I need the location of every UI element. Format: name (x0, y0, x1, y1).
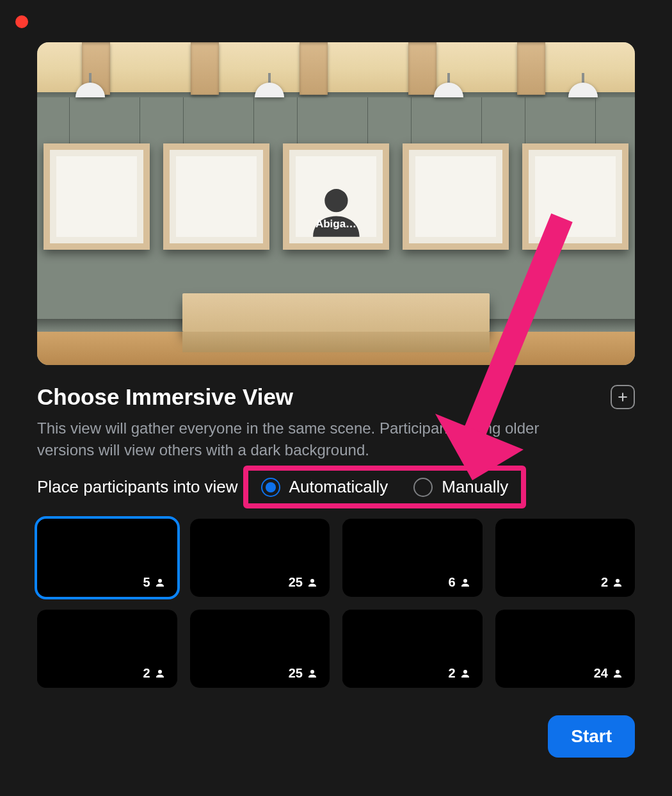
scene-capacity-badge: 6 (442, 573, 477, 592)
recording-indicator-icon (15, 15, 28, 28)
scene-capacity-badge: 2 (136, 664, 172, 683)
scene-capacity-count: 25 (289, 575, 303, 590)
scene-capacity-count: 5 (143, 575, 150, 590)
gallery-frame (44, 143, 150, 250)
radio-icon (413, 478, 433, 497)
scene-card-art-gallery[interactable]: 5 (37, 519, 177, 597)
scene-capacity-count: 24 (594, 666, 608, 681)
scene-capacity-count: 6 (448, 575, 455, 590)
gallery-frame (163, 143, 269, 250)
scene-capacity-badge: 2 (595, 573, 630, 592)
page-title: Choose Immersive View (37, 384, 293, 410)
scene-card-treehouse[interactable]: 24 (495, 610, 636, 688)
scene-capacity-badge: 2 (442, 664, 477, 683)
window-content: Abiga… Choose Immersive View This view w… (37, 42, 635, 758)
scene-capacity-count: 2 (143, 666, 150, 681)
person-icon (307, 668, 318, 679)
dialog-footer: Start (548, 715, 635, 758)
person-icon (460, 577, 471, 589)
placement-option-label: Manually (442, 477, 508, 497)
gallery-frame (522, 143, 628, 250)
placement-option-label: Automatically (289, 477, 388, 497)
placement-option-manual[interactable]: Manually (413, 477, 508, 497)
scene-capacity-badge: 25 (282, 573, 324, 592)
person-icon (460, 668, 471, 679)
person-icon (612, 668, 623, 679)
gallery-frame-self: Abiga… (283, 143, 389, 250)
add-custom-view-button[interactable] (611, 385, 635, 409)
scene-capacity-badge: 5 (136, 573, 172, 592)
placement-option-auto[interactable]: Automatically (261, 477, 388, 497)
gallery-frame (403, 143, 509, 250)
scene-grid: 52562225224 (37, 519, 635, 688)
person-icon (612, 577, 623, 589)
person-icon (154, 577, 166, 589)
scene-card-kitchen[interactable]: 2 (37, 610, 177, 688)
scene-capacity-count: 2 (601, 575, 608, 590)
person-icon (307, 577, 318, 589)
avatar: Abiga… (296, 156, 376, 237)
scene-preview: Abiga… (37, 42, 635, 365)
scene-capacity-badge: 24 (588, 664, 630, 683)
scene-capacity-count: 2 (448, 666, 455, 681)
immersive-view-window: Abiga… Choose Immersive View This view w… (0, 0, 672, 796)
radio-icon (261, 478, 280, 497)
page-description: This view will gather everyone in the sa… (37, 418, 600, 460)
scene-capacity-badge: 25 (282, 664, 324, 683)
plus-icon (616, 391, 629, 403)
placement-row: Place participants into view Automatical… (37, 471, 635, 503)
participant-name: Abiga… (296, 218, 376, 231)
scene-card-fireplace[interactable]: 2 (495, 519, 636, 597)
scene-card-lobby[interactable]: 6 (342, 519, 483, 597)
start-button[interactable]: Start (548, 715, 635, 758)
scene-card-classroom[interactable]: 25 (190, 610, 330, 688)
scene-card-auditorium[interactable]: 25 (190, 519, 330, 597)
scene-card-cafe[interactable]: 2 (342, 610, 483, 688)
placement-options: AutomaticallyManually (248, 471, 522, 503)
placement-label: Place participants into view (37, 477, 238, 497)
person-icon (154, 668, 166, 679)
scene-capacity-count: 25 (289, 666, 303, 681)
